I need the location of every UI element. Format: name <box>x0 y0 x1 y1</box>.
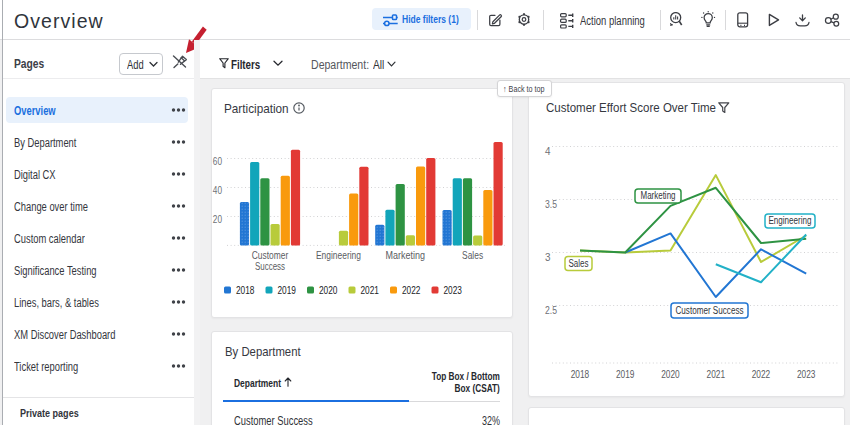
svg-text:3.5: 3.5 <box>545 198 557 210</box>
svg-text:2018: 2018 <box>236 284 255 296</box>
svg-text:2021: 2021 <box>707 368 726 380</box>
svg-text:Engineering: Engineering <box>769 215 812 226</box>
svg-text:2022: 2022 <box>752 368 771 380</box>
svg-text:4: 4 <box>545 145 551 157</box>
svg-text:Marketing: Marketing <box>386 249 426 261</box>
svg-text:Success: Success <box>255 260 285 272</box>
svg-text:2023: 2023 <box>797 368 816 380</box>
svg-text:Sales: Sales <box>462 249 483 261</box>
svg-text:Sales: Sales <box>569 258 589 269</box>
svg-text:2019: 2019 <box>278 284 297 296</box>
svg-text:20: 20 <box>213 213 222 225</box>
svg-text:2020: 2020 <box>661 368 680 380</box>
svg-text:Marketing: Marketing <box>641 190 676 201</box>
svg-text:2019: 2019 <box>616 368 635 380</box>
svg-text:2021: 2021 <box>361 284 380 296</box>
svg-text:Customer Success: Customer Success <box>676 305 744 316</box>
svg-text:2018: 2018 <box>571 368 590 380</box>
svg-text:Engineering: Engineering <box>316 249 361 261</box>
svg-text:60: 60 <box>213 155 222 167</box>
svg-text:3: 3 <box>545 251 551 263</box>
svg-text:2022: 2022 <box>402 284 421 296</box>
svg-text:40: 40 <box>213 184 222 196</box>
svg-text:2023: 2023 <box>444 284 463 296</box>
svg-text:2020: 2020 <box>319 284 338 296</box>
svg-text:2.5: 2.5 <box>545 304 557 316</box>
